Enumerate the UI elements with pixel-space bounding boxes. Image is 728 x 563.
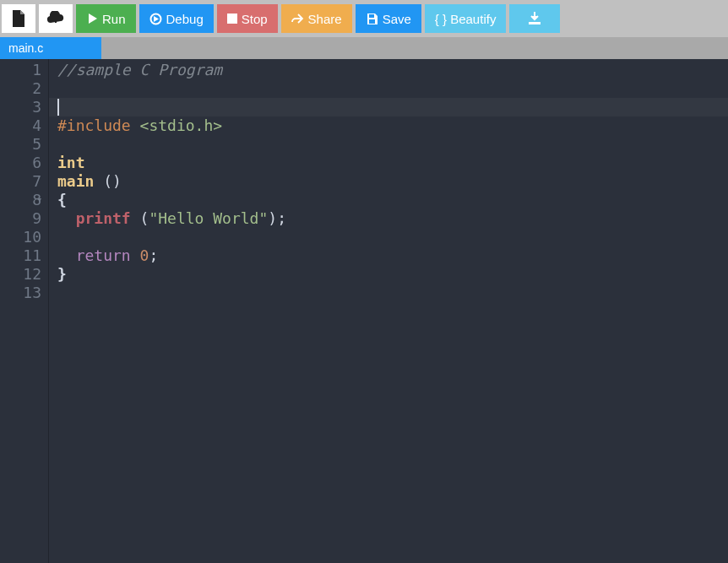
code-token: } — [57, 265, 67, 283]
stop-label: Stop — [242, 12, 268, 26]
code-token: ); — [268, 209, 286, 227]
line-number: 12 — [0, 265, 41, 284]
run-button[interactable]: Run — [76, 4, 136, 33]
code-editor[interactable]: 12345678▾910111213 //sample C Program#in… — [0, 59, 728, 563]
code-line[interactable] — [57, 79, 728, 98]
save-icon — [366, 13, 378, 25]
code-token: main — [57, 172, 94, 190]
code-line[interactable]: } — [57, 265, 728, 284]
stop-icon — [227, 14, 237, 24]
code-token: "Hello World" — [149, 209, 268, 227]
text-cursor — [57, 99, 59, 116]
code-line[interactable]: main () — [57, 172, 728, 191]
tab-main-c[interactable]: main.c — [0, 37, 101, 59]
code-line[interactable]: return 0; — [57, 246, 728, 265]
run-label: Run — [102, 12, 126, 26]
new-file-button[interactable] — [2, 4, 35, 33]
active-line-highlight — [49, 98, 728, 116]
code-token: ( — [131, 209, 149, 227]
line-number: 1 — [0, 61, 41, 79]
line-number: 3 — [0, 98, 41, 116]
tab-label: main.c — [8, 41, 43, 55]
code-line[interactable]: printf ("Hello World"); — [57, 209, 728, 228]
code-token — [57, 209, 76, 227]
line-number: 5 — [0, 135, 41, 154]
fold-marker-icon[interactable]: ▾ — [36, 191, 42, 209]
download-button[interactable] — [509, 4, 560, 33]
svg-rect-1 — [227, 14, 237, 24]
code-token: () — [103, 172, 122, 190]
line-number: 6 — [0, 154, 41, 172]
code-token: { — [57, 191, 67, 208]
code-token: ; — [149, 246, 158, 264]
code-line[interactable]: //sample C Program — [57, 61, 728, 79]
line-number: 10 — [0, 228, 41, 246]
code-token — [131, 246, 140, 264]
code-token: int — [57, 154, 85, 171]
tabs-bar: main.c — [0, 37, 728, 59]
toolbar: Run Debug Stop Share Save { } Beautify — [0, 0, 728, 37]
beautify-label: { } Beautify — [435, 12, 497, 26]
play-icon — [86, 13, 98, 24]
share-button[interactable]: Share — [281, 4, 352, 33]
code-token: return — [76, 246, 131, 264]
line-number: 8▾ — [0, 191, 41, 209]
code-token: printf — [76, 209, 131, 227]
svg-rect-4 — [529, 22, 541, 24]
code-token — [131, 116, 140, 134]
share-label: Share — [308, 12, 342, 26]
code-line[interactable] — [57, 135, 728, 154]
stop-button[interactable]: Stop — [217, 4, 278, 33]
debug-label: Debug — [166, 12, 204, 26]
code-token: <stdio.h> — [140, 116, 223, 134]
download-icon — [527, 12, 542, 25]
code-area[interactable]: //sample C Program#include <stdio.h>intm… — [49, 59, 728, 563]
svg-rect-2 — [369, 14, 374, 18]
debug-button[interactable]: Debug — [139, 4, 214, 33]
upload-icon — [47, 11, 64, 26]
upload-button[interactable] — [39, 4, 73, 33]
line-number-gutter: 12345678▾910111213 — [0, 59, 49, 563]
save-button[interactable]: Save — [356, 4, 421, 33]
line-number: 9 — [0, 209, 41, 228]
code-token: #include — [57, 116, 131, 134]
debug-icon — [149, 13, 162, 25]
code-line[interactable] — [57, 284, 728, 302]
svg-rect-3 — [369, 19, 375, 24]
code-line[interactable]: { — [57, 191, 728, 209]
line-number: 11 — [0, 246, 41, 265]
line-number: 4 — [0, 116, 41, 135]
share-icon — [291, 13, 304, 25]
code-line[interactable] — [57, 228, 728, 246]
code-token — [57, 246, 76, 264]
code-token: //sample C Program — [57, 61, 222, 78]
line-number: 13 — [0, 284, 41, 302]
code-token: 0 — [140, 246, 149, 264]
beautify-button[interactable]: { } Beautify — [425, 4, 507, 33]
save-label: Save — [383, 12, 411, 26]
code-token — [94, 172, 103, 190]
line-number: 7 — [0, 172, 41, 191]
new-file-icon — [11, 10, 26, 27]
line-number: 2 — [0, 79, 41, 98]
code-line[interactable]: #include <stdio.h> — [57, 116, 728, 135]
code-line[interactable]: int — [57, 154, 728, 172]
